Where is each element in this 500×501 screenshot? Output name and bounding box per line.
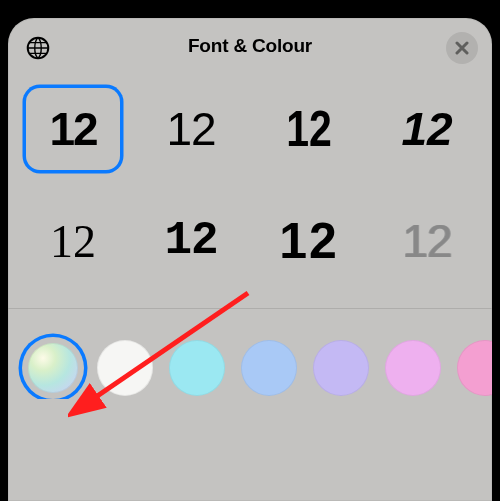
font-colour-sheet: Font & Colour 12 12 12 12 12 12 12 12 xyxy=(8,18,492,501)
font-option-4[interactable]: 12 xyxy=(26,200,120,282)
close-icon xyxy=(455,41,469,55)
font-grid: 12 12 12 12 12 12 12 12 xyxy=(8,74,492,290)
swatch-white xyxy=(97,340,153,396)
swatch-magenta xyxy=(457,340,492,396)
swatch-cyan xyxy=(169,340,225,396)
sheet-header: Font & Colour xyxy=(8,18,492,74)
colour-swatch-2[interactable] xyxy=(166,337,228,399)
colour-swatch-3[interactable] xyxy=(238,337,300,399)
colour-swatch-6[interactable] xyxy=(454,337,492,399)
font-option-3[interactable]: 12 xyxy=(380,88,474,170)
swatch-light-blue xyxy=(241,340,297,396)
colour-swatch-4[interactable] xyxy=(310,337,372,399)
font-option-7[interactable]: 12 xyxy=(380,200,474,282)
font-option-0[interactable]: 12 xyxy=(26,88,120,170)
colour-row xyxy=(8,309,492,399)
font-option-6[interactable]: 12 xyxy=(262,200,356,282)
sheet-title: Font & Colour xyxy=(188,35,312,57)
globe-icon xyxy=(25,35,51,61)
swatch-pink xyxy=(385,340,441,396)
swatch-multicolour xyxy=(28,343,78,393)
close-button[interactable] xyxy=(446,32,478,64)
font-option-5[interactable]: 12 xyxy=(144,200,238,282)
colour-swatch-0[interactable] xyxy=(22,337,84,399)
swatch-lavender xyxy=(313,340,369,396)
language-button[interactable] xyxy=(22,32,54,64)
colour-swatch-1[interactable] xyxy=(94,337,156,399)
colour-swatch-5[interactable] xyxy=(382,337,444,399)
font-option-2[interactable]: 12 xyxy=(270,88,347,170)
font-option-1[interactable]: 12 xyxy=(144,88,238,170)
